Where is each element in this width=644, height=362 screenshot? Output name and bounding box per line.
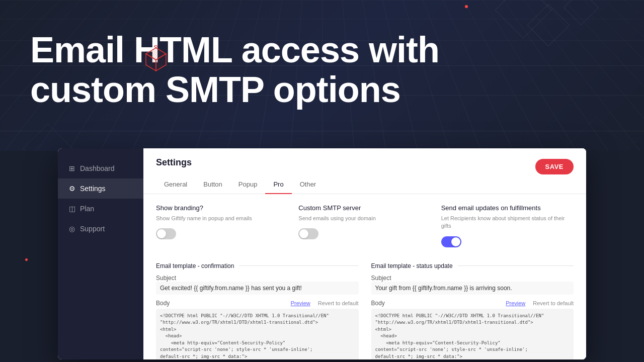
tab-popup[interactable]: Popup (230, 175, 266, 194)
tab-pro[interactable]: Pro (265, 175, 291, 194)
sidebar-item-settings[interactable]: ⚙ Settings (58, 178, 143, 199)
tab-general[interactable]: General (156, 175, 195, 194)
confirmation-template: Email template - confirmation Subject Ge… (156, 262, 359, 359)
smtp-setting: Custom SMTP server Send emails using you… (298, 204, 431, 247)
status-template: Email template - status update Subject Y… (371, 262, 574, 359)
settings-icon: ⚙ (68, 185, 76, 193)
status-body-section: Body Preview Revert to default <!DOCTYPE… (371, 300, 574, 359)
status-subject-label: Subject (371, 275, 574, 282)
status-revert-link[interactable]: Revert to default (533, 300, 574, 306)
confirmation-code: <!DOCTYPE html PUBLIC "-//W3C//DTD XHTML… (160, 313, 355, 359)
status-body-label: Body (371, 300, 385, 307)
email-updates-label: Send email updates on fulfillments (441, 204, 574, 212)
status-subject-area: Subject Your gift from {{ giftify.from.n… (371, 275, 574, 295)
confirmation-subject-area: Subject Get excited! {{ giftify.from.nam… (156, 275, 359, 295)
confirmation-body-section: Body Preview Revert to default <!DOCTYPE… (156, 300, 359, 359)
sidebar-item-dashboard[interactable]: ⊞ Dashboard (58, 158, 143, 178)
branding-toggle[interactable] (156, 228, 176, 239)
sidebar: ⊞ Dashboard ⚙ Settings ◫ Plan ◎ Support (58, 148, 143, 359)
branding-desc: Show Giftify name in popup and emails (156, 215, 288, 222)
hero-title: Email HTML access with custom SMTP optio… (30, 30, 614, 110)
tab-button[interactable]: Button (195, 175, 230, 194)
confirmation-template-title: Email template - confirmation (156, 262, 234, 269)
sidebar-label-dashboard: Dashboard (80, 164, 115, 172)
sidebar-label-settings: Settings (80, 185, 106, 193)
tabs-bar: General Button Popup Pro Other (143, 175, 586, 194)
status-divider (458, 265, 574, 266)
confirmation-divider (239, 265, 358, 266)
confirmation-subject-value: Get excited! {{ giftify.from.name }} has… (156, 282, 359, 295)
status-code: <!DOCTYPE html PUBLIC "-//W3C//DTD XHTML… (375, 313, 570, 359)
confirmation-body-header: Body Preview Revert to default (156, 300, 359, 307)
grid-icon: ⊞ (68, 164, 76, 172)
smtp-label: Custom SMTP server (298, 204, 431, 212)
email-updates-setting: Send email updates on fulfillments Let R… (441, 204, 574, 247)
settings-content: Show branding? Show Giftify name in popu… (143, 194, 586, 359)
svg-marker-3 (154, 45, 158, 48)
sidebar-label-plan: Plan (80, 205, 94, 213)
sidebar-label-support: Support (80, 225, 105, 233)
status-template-title: Email template - status update (371, 262, 453, 269)
app-window: ⊞ Dashboard ⚙ Settings ◫ Plan ◎ Support … (58, 148, 586, 359)
status-code-block: <!DOCTYPE html PUBLIC "-//W3C//DTD XHTML… (371, 309, 574, 359)
email-templates-section: Email template - confirmation Subject Ge… (156, 262, 574, 359)
smtp-toggle[interactable] (298, 228, 318, 239)
sidebar-item-support[interactable]: ◎ Support (58, 219, 143, 239)
cube-icon (141, 45, 171, 77)
branding-setting: Show branding? Show Giftify name in popu… (156, 204, 288, 247)
plan-icon: ◫ (68, 205, 76, 213)
branding-label: Show branding? (156, 204, 288, 212)
red-dot-left (25, 258, 28, 261)
confirmation-subject-label: Subject (156, 275, 359, 282)
sidebar-item-plan[interactable]: ◫ Plan (58, 199, 143, 219)
confirmation-code-block: <!DOCTYPE html PUBLIC "-//W3C//DTD XHTML… (156, 309, 359, 359)
email-updates-toggle[interactable] (441, 236, 461, 247)
main-header: Settings SAVE (143, 148, 586, 175)
main-content: Settings SAVE General Button Popup Pro O… (143, 148, 586, 359)
status-preview-tab[interactable]: Preview (506, 300, 525, 306)
settings-grid: Show branding? Show Giftify name in popu… (156, 204, 574, 247)
confirmation-preview-tab[interactable]: Preview (291, 300, 310, 306)
status-subject-value: Your gift from {{ giftify.from.name }} i… (371, 282, 574, 295)
email-updates-desc: Let Recipients know about shipment statu… (441, 215, 574, 230)
support-icon: ◎ (68, 225, 76, 233)
tab-other[interactable]: Other (292, 175, 325, 194)
save-button[interactable]: SAVE (535, 159, 574, 174)
page-title: Settings (156, 157, 192, 168)
confirmation-body-label: Body (156, 300, 170, 307)
status-template-header: Email template - status update (371, 262, 574, 269)
confirmation-revert-link[interactable]: Revert to default (318, 300, 359, 306)
confirmation-template-header: Email template - confirmation (156, 262, 359, 269)
smtp-desc: Send emails using your domain (298, 215, 431, 222)
red-dot-decoration (465, 5, 468, 8)
status-body-header: Body Preview Revert to default (371, 300, 574, 307)
